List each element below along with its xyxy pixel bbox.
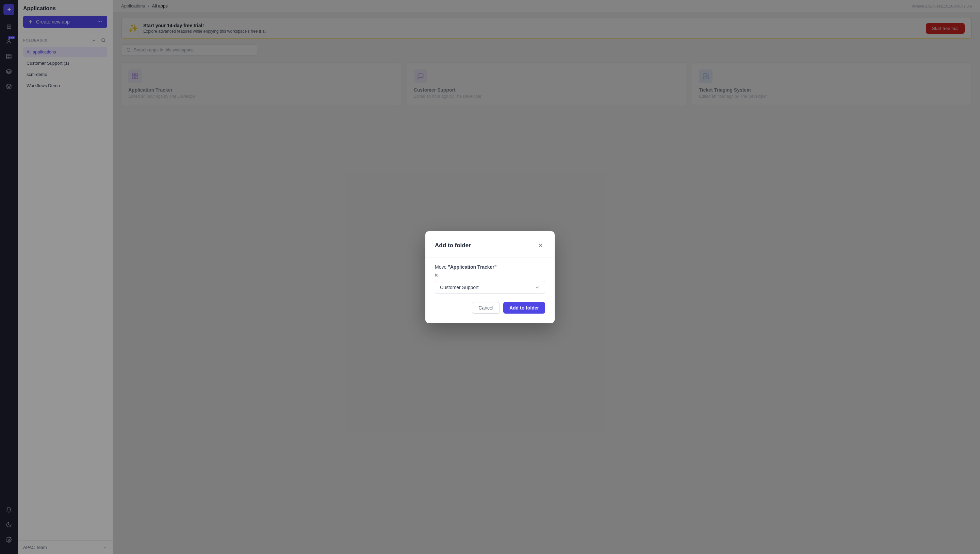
modal-body: Move "Application Tracker" to Customer S… [435,264,545,294]
move-prefix: Move [435,264,448,270]
add-to-folder-button[interactable]: Add to folder [503,302,545,314]
folder-select-dropdown[interactable]: Customer Support [435,281,545,294]
modal-overlay: Add to folder ✕ Move "Application Tracke… [0,0,980,554]
app-name-reference: "Application Tracker" [448,264,496,270]
modal-header: Add to folder ✕ [435,241,545,250]
modal-divider [425,257,555,257]
modal-footer: Cancel Add to folder [435,302,545,314]
modal-title: Add to folder [435,242,471,249]
move-description: Move "Application Tracker" [435,264,545,270]
selected-folder-label: Customer Support [440,285,479,290]
modal-close-button[interactable]: ✕ [536,241,545,250]
to-label: to [435,272,545,278]
cancel-button[interactable]: Cancel [472,302,500,314]
dropdown-chevron-icon [535,285,540,290]
add-to-folder-modal: Add to folder ✕ Move "Application Tracke… [425,231,555,323]
